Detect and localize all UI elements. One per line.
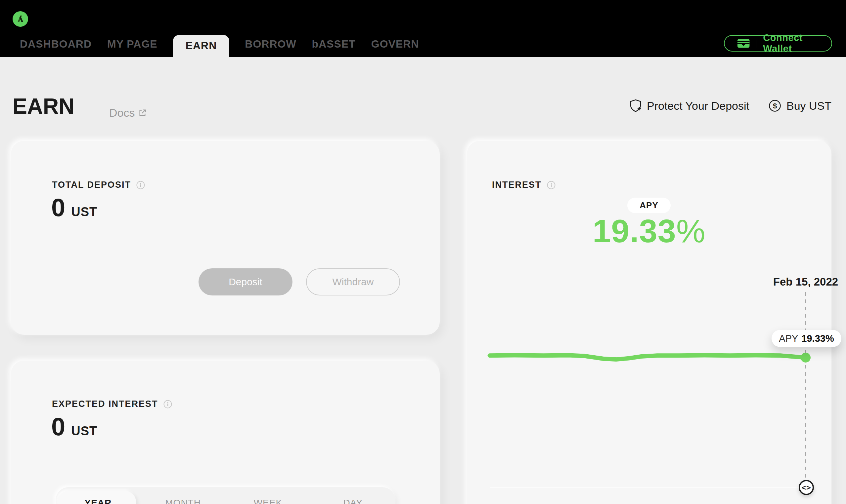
app-header: DASHBOARD MY PAGE EARN BORROW bASSET GOV… [0,0,846,57]
period-tab-day[interactable]: DAY [310,487,395,504]
shield-plus-icon [629,99,641,112]
header-actions: Protect Your Deposit $ Buy UST [629,99,831,112]
nav-borrow[interactable]: BORROW [245,38,296,57]
period-tab-week[interactable]: WEEK [226,487,311,504]
chart-range-handle[interactable]: <> [799,480,814,495]
total-deposit-amount: 0 UST [51,193,97,222]
anchor-logo-icon[interactable] [13,11,28,27]
dollar-circle-icon: $ [769,100,781,112]
docs-link[interactable]: Docs [109,106,147,119]
withdraw-button[interactable]: Withdraw [306,268,400,295]
total-deposit-value: 0 [51,193,65,222]
nav-govern[interactable]: GOVERN [371,38,419,57]
external-link-icon [138,108,147,117]
total-deposit-label: TOTAL DEPOSIT [52,180,131,190]
connect-wallet-button[interactable]: Connect Wallet [724,35,832,52]
tooltip-value: 19.33% [801,333,834,344]
expected-interest-unit: UST [71,424,97,438]
page-title: EARN [13,93,74,119]
expected-interest-card: EXPECTED INTEREST 0 UST YEAR MONTH WEEK … [11,361,440,504]
nav-my-page[interactable]: MY PAGE [107,38,157,57]
wallet-icon [737,38,750,48]
svg-text:$: $ [773,102,777,110]
nav-dashboard[interactable]: DASHBOARD [20,38,92,57]
period-tab-bar: YEAR MONTH WEEK DAY [56,487,395,504]
period-tab-month[interactable]: MONTH [141,487,226,504]
deposit-withdraw-buttons: Deposit Withdraw [198,268,400,295]
interest-card: INTEREST APY 19.33% Feb 15, 2022 APY 19.… [467,141,831,504]
info-icon[interactable] [163,400,172,409]
tooltip-prefix: APY [779,333,798,344]
buy-ust-label: Buy UST [787,100,831,112]
chart-tooltip: APY 19.33% [772,330,841,347]
protect-your-deposit-label: Protect Your Deposit [647,100,749,112]
apy-line-chart [467,141,831,504]
deposit-button[interactable]: Deposit [198,268,292,295]
expected-interest-amount: 0 UST [51,412,97,441]
total-deposit-unit: UST [71,205,97,219]
protect-your-deposit-link[interactable]: Protect Your Deposit [629,99,749,112]
expected-interest-label: EXPECTED INTEREST [52,399,158,409]
docs-link-label: Docs [109,106,135,119]
info-icon[interactable] [136,181,145,190]
total-deposit-card: TOTAL DEPOSIT 0 UST Deposit Withdraw [11,141,440,335]
chart-endpoint-dot [801,353,811,363]
buy-ust-link[interactable]: $ Buy UST [769,100,831,112]
main-nav: DASHBOARD MY PAGE EARN BORROW bASSET GOV… [20,35,419,57]
connect-wallet-label: Connect Wallet [763,32,831,54]
period-tab-year[interactable]: YEAR [56,487,141,504]
expected-interest-value: 0 [51,412,65,441]
divider [756,39,756,48]
nav-basset[interactable]: bASSET [312,38,356,57]
chart-cursor-date: Feb 15, 2022 [773,276,838,288]
nav-earn-active-tab[interactable]: EARN [173,35,230,57]
